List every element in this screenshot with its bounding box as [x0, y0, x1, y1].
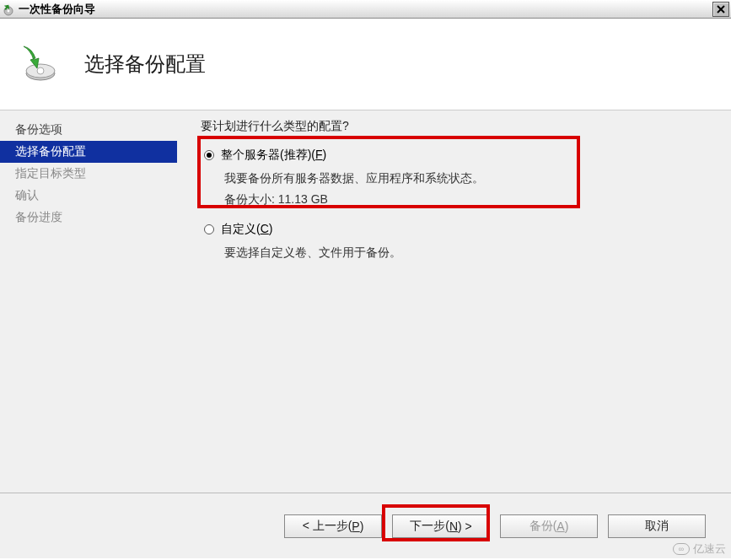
option-size: 备份大小: 11.13 GB — [224, 189, 714, 210]
radio-custom[interactable] — [204, 224, 214, 234]
title-bar: 一次性备份向导 — [0, 0, 731, 19]
next-button[interactable]: 下一步(N) > — [392, 514, 490, 538]
step-sidebar: 备份选项 选择备份配置 指定目标类型 确认 备份进度 — [0, 110, 177, 493]
radio-full-server[interactable] — [204, 150, 214, 160]
page-title: 选择备份配置 — [84, 51, 206, 78]
sidebar-step-confirm: 确认 — [0, 185, 177, 207]
backup-button: 备份(A) — [500, 514, 598, 538]
sidebar-step-backup-options[interactable]: 备份选项 — [0, 119, 177, 141]
close-button[interactable] — [712, 2, 729, 17]
wizard-body: 备份选项 选择备份配置 指定目标类型 确认 备份进度 要计划进行什么类型的配置?… — [0, 110, 731, 493]
svg-point-6 — [37, 67, 44, 74]
option-desc: 我要备份所有服务器数据、应用程序和系统状态。 — [224, 168, 714, 189]
app-icon — [2, 3, 15, 16]
content-panel: 要计划进行什么类型的配置? 整个服务器(推荐)(F) 我要备份所有服务器数据、应… — [177, 110, 731, 493]
wizard-header: 选择备份配置 — [0, 19, 731, 110]
wizard-icon — [17, 43, 59, 85]
option-full-server[interactable]: 整个服务器(推荐)(F) 我要备份所有服务器数据、应用程序和系统状态。 备份大小… — [201, 148, 714, 210]
sidebar-step-select-config[interactable]: 选择备份配置 — [0, 141, 177, 163]
sidebar-step-progress: 备份进度 — [0, 207, 177, 229]
option-label: 自定义(C) — [221, 222, 272, 237]
option-custom[interactable]: 自定义(C) 要选择自定义卷、文件用于备份。 — [201, 222, 714, 263]
window-title: 一次性备份向导 — [19, 2, 712, 17]
option-desc: 要选择自定义卷、文件用于备份。 — [224, 242, 714, 263]
config-prompt: 要计划进行什么类型的配置? — [201, 119, 714, 134]
prev-button[interactable]: < 上一步(P) — [284, 514, 382, 538]
option-label: 整个服务器(推荐)(F) — [221, 148, 326, 163]
cancel-button[interactable]: 取消 — [608, 514, 706, 538]
svg-point-1 — [8, 9, 10, 12]
button-bar: < 上一步(P) 下一步(N) > 备份(A) 取消 — [0, 493, 731, 558]
sidebar-step-target-type: 指定目标类型 — [0, 163, 177, 185]
